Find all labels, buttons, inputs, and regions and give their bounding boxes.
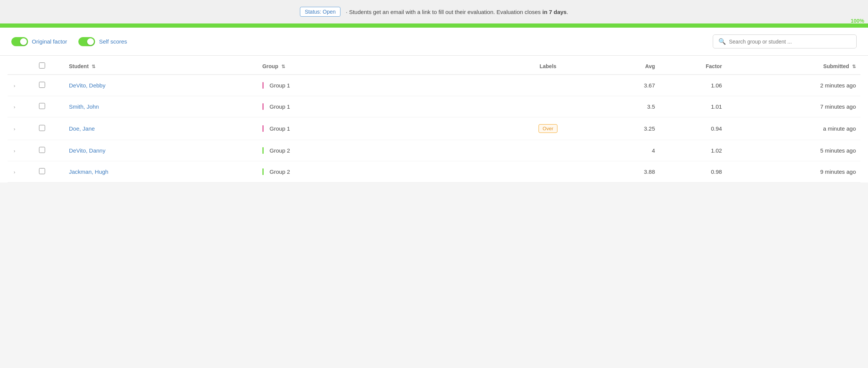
avg-cell: 3.88: [600, 161, 659, 182]
search-input[interactable]: [729, 39, 851, 45]
toolbar: Original factor Self scores 🔍: [0, 28, 868, 56]
row-checkbox[interactable]: [39, 82, 45, 88]
expand-cell[interactable]: ›: [8, 96, 34, 117]
expand-icon[interactable]: ›: [12, 169, 17, 175]
table-container: Student ⇅ Group ⇅ Labels Avg Factor Subm: [0, 56, 868, 182]
avg-cell: 3.67: [600, 75, 659, 96]
search-icon: 🔍: [718, 38, 726, 45]
labels-cell: [496, 161, 600, 182]
student-sort-icon: ⇅: [92, 64, 95, 69]
original-factor-toggle-group: Original factor: [11, 37, 67, 46]
group-name: Group 2: [262, 168, 290, 175]
table-row: › DeVito, Danny Group 2 4 1.02 5 minutes…: [8, 140, 860, 161]
student-name-cell: DeVito, Danny: [64, 140, 258, 161]
col-factor-header: Factor: [660, 56, 727, 75]
student-name[interactable]: Doe, Jane: [69, 125, 95, 132]
label-badge: Over: [539, 124, 557, 133]
toolbar-left: Original factor Self scores: [11, 37, 127, 46]
student-name-cell: DeVito, Debby: [64, 75, 258, 96]
expand-icon[interactable]: ›: [12, 104, 17, 110]
avg-cell: 4: [600, 140, 659, 161]
labels-cell: [496, 96, 600, 117]
table-row: › DeVito, Debby Group 1 3.67 1.06 2 minu…: [8, 75, 860, 96]
top-bar: Status: Open · Students get an email wit…: [0, 0, 868, 25]
group-name: Group 1: [262, 125, 290, 132]
submitted-sort-icon: ⇅: [852, 64, 856, 69]
row-checkbox[interactable]: [39, 103, 45, 109]
status-badge[interactable]: Status: Open: [300, 7, 341, 17]
group-cell: Group 2: [258, 161, 496, 182]
group-name: Group 2: [262, 147, 290, 154]
group-name: Group 1: [262, 103, 290, 110]
factor-cell: 1.02: [660, 140, 727, 161]
table-header-row: Student ⇅ Group ⇅ Labels Avg Factor Subm: [8, 56, 860, 75]
expand-icon[interactable]: ›: [12, 126, 17, 132]
group-sort-icon: ⇅: [281, 64, 285, 69]
row-checkbox[interactable]: [39, 125, 45, 131]
student-name[interactable]: DeVito, Danny: [69, 147, 105, 154]
col-group-header[interactable]: Group ⇅: [258, 56, 496, 75]
expand-cell[interactable]: ›: [8, 161, 34, 182]
group-cell: Group 2: [258, 140, 496, 161]
select-all-checkbox[interactable]: [39, 62, 45, 69]
factor-cell: 0.94: [660, 117, 727, 140]
submitted-cell: 5 minutes ago: [726, 140, 860, 161]
table-row: › Doe, Jane Group 1 Over 3.25 0.94 a min…: [8, 117, 860, 140]
col-student-header[interactable]: Student ⇅: [64, 56, 258, 75]
check-cell: [34, 161, 64, 182]
submitted-cell: a minute ago: [726, 117, 860, 140]
self-scores-label: Self scores: [99, 38, 127, 45]
labels-cell: Over: [496, 117, 600, 140]
submitted-cell: 7 minutes ago: [726, 96, 860, 117]
self-scores-toggle[interactable]: [78, 37, 95, 46]
original-factor-toggle[interactable]: [11, 37, 28, 46]
top-bar-description: · Students get an email with a link to f…: [346, 9, 568, 15]
col-check-header: [34, 56, 64, 75]
col-expand-header: [8, 56, 34, 75]
check-cell: [34, 75, 64, 96]
submitted-cell: 9 minutes ago: [726, 161, 860, 182]
expand-icon[interactable]: ›: [12, 83, 17, 89]
factor-cell: 0.98: [660, 161, 727, 182]
group-cell: Group 1: [258, 96, 496, 117]
check-cell: [34, 117, 64, 140]
row-checkbox[interactable]: [39, 168, 45, 174]
progress-bar-container: 100%: [0, 25, 868, 28]
student-name[interactable]: Jackman, Hugh: [69, 168, 108, 175]
submitted-cell: 2 minutes ago: [726, 75, 860, 96]
group-name: Group 1: [262, 82, 290, 89]
search-box: 🔍: [713, 34, 857, 48]
labels-cell: [496, 75, 600, 96]
student-name-cell: Jackman, Hugh: [64, 161, 258, 182]
table-body: › DeVito, Debby Group 1 3.67 1.06 2 minu…: [8, 75, 860, 182]
progress-label: 100%: [851, 18, 864, 24]
expand-cell[interactable]: ›: [8, 117, 34, 140]
group-cell: Group 1: [258, 117, 496, 140]
avg-cell: 3.5: [600, 96, 659, 117]
col-labels-header: Labels: [496, 56, 600, 75]
self-scores-toggle-group: Self scores: [78, 37, 127, 46]
row-checkbox[interactable]: [39, 147, 45, 153]
progress-bar-fill: [0, 25, 868, 28]
student-name[interactable]: Smith, John: [69, 103, 99, 110]
check-cell: [34, 140, 64, 161]
labels-cell: [496, 140, 600, 161]
student-name-cell: Smith, John: [64, 96, 258, 117]
students-table: Student ⇅ Group ⇅ Labels Avg Factor Subm: [8, 56, 860, 182]
original-factor-label: Original factor: [32, 38, 67, 45]
factor-cell: 1.01: [660, 96, 727, 117]
expand-icon[interactable]: ›: [12, 148, 17, 154]
factor-cell: 1.06: [660, 75, 727, 96]
col-submitted-header[interactable]: Submitted ⇅: [726, 56, 860, 75]
check-cell: [34, 96, 64, 117]
expand-cell[interactable]: ›: [8, 75, 34, 96]
group-cell: Group 1: [258, 75, 496, 96]
student-name-cell: Doe, Jane: [64, 117, 258, 140]
expand-cell[interactable]: ›: [8, 140, 34, 161]
student-name[interactable]: DeVito, Debby: [69, 82, 105, 89]
col-avg-header: Avg: [600, 56, 659, 75]
table-row: › Jackman, Hugh Group 2 3.88 0.98 9 minu…: [8, 161, 860, 182]
avg-cell: 3.25: [600, 117, 659, 140]
table-row: › Smith, John Group 1 3.5 1.01 7 minutes…: [8, 96, 860, 117]
